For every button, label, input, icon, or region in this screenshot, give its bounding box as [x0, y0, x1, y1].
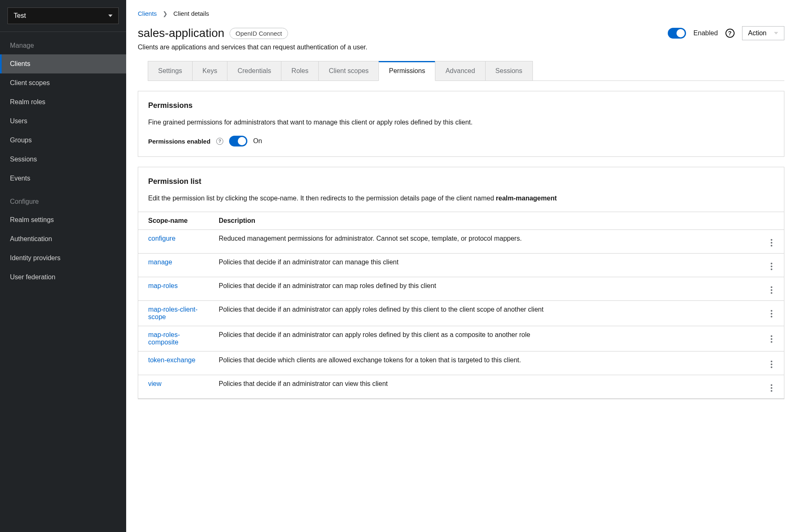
sidebar-section-header: Manage	[0, 32, 126, 54]
breadcrumb-clients-link[interactable]: Clients	[138, 10, 157, 17]
action-dropdown[interactable]: Action	[742, 26, 784, 40]
sidebar-item-user-federation[interactable]: User federation	[0, 268, 126, 287]
chevron-right-icon: ❯	[163, 10, 168, 17]
switch-thumb	[238, 137, 246, 145]
permission-list-title: Permission list	[148, 177, 774, 186]
table-row: configureReduced management permissions …	[138, 230, 784, 254]
scope-description: Policies that decide if an administrator…	[209, 301, 759, 326]
permissions-card: Permissions Fine grained permissions for…	[138, 91, 784, 157]
action-label: Action	[748, 29, 767, 37]
caret-down-icon	[108, 15, 112, 17]
tab-sessions[interactable]: Sessions	[485, 61, 533, 81]
page-title: sales-application	[138, 27, 225, 40]
kebab-icon[interactable]	[769, 237, 774, 248]
sidebar-item-realm-roles[interactable]: Realm roles	[0, 93, 126, 112]
scope-description: Policies that decide if an administrator…	[209, 326, 759, 351]
sidebar-nav: ManageClientsClient scopesRealm rolesUse…	[0, 32, 126, 287]
tabs: SettingsKeysCredentialsRolesClient scope…	[148, 61, 784, 81]
column-scope-name: Scope-name	[138, 212, 209, 230]
scope-link-configure[interactable]: configure	[148, 235, 176, 242]
tab-client-scopes[interactable]: Client scopes	[318, 61, 379, 81]
table-row: viewPolicies that decide if an administr…	[138, 375, 784, 399]
tab-credentials[interactable]: Credentials	[227, 61, 281, 81]
help-icon[interactable]: ?	[725, 29, 735, 38]
tab-advanced[interactable]: Advanced	[435, 61, 485, 81]
tab-settings[interactable]: Settings	[148, 61, 193, 81]
scope-description: Policies that decide if an administrator…	[209, 277, 759, 301]
kebab-icon[interactable]	[769, 359, 774, 370]
breadcrumb-current: Client details	[173, 10, 209, 17]
sidebar-item-identity-providers[interactable]: Identity providers	[0, 249, 126, 268]
tab-roles[interactable]: Roles	[281, 61, 319, 81]
permissions-card-title: Permissions	[148, 101, 774, 110]
scope-description: Policies that decide if an administrator…	[209, 375, 759, 399]
kebab-icon[interactable]	[769, 308, 774, 319]
help-icon[interactable]: ?	[216, 138, 223, 145]
scope-link-map-roles-client-scope[interactable]: map-roles-client-scope	[148, 306, 198, 320]
realm-selector[interactable]: Test	[7, 7, 119, 24]
scope-description: Policies that decide if an administrator…	[209, 254, 759, 277]
sidebar-item-authentication[interactable]: Authentication	[0, 229, 126, 249]
sidebar-item-realm-settings[interactable]: Realm settings	[0, 210, 126, 229]
switch-thumb	[676, 29, 685, 37]
permissions-card-text: Fine grained permissions for administrat…	[148, 117, 774, 127]
header-controls: Enabled ? Action	[668, 26, 784, 40]
title-group: sales-application OpenID Connect	[138, 27, 288, 40]
sidebar-item-client-scopes[interactable]: Client scopes	[0, 73, 126, 93]
caret-down-icon	[774, 32, 778, 34]
tab-keys[interactable]: Keys	[192, 61, 228, 81]
permissions-enabled-toggle[interactable]	[229, 136, 247, 146]
permission-list-text-bold: realm-management	[496, 195, 557, 202]
permission-list-text: Edit the permission list by clicking the…	[148, 193, 774, 203]
kebab-icon[interactable]	[769, 334, 774, 344]
permission-list-card: Permission list Edit the permission list…	[138, 167, 784, 399]
enabled-label: Enabled	[693, 29, 718, 37]
kebab-icon[interactable]	[769, 285, 774, 295]
sidebar-item-groups[interactable]: Groups	[0, 131, 126, 150]
table-row: managePolicies that decide if an adminis…	[138, 254, 784, 277]
kebab-icon[interactable]	[769, 261, 774, 272]
scope-link-token-exchange[interactable]: token-exchange	[148, 356, 195, 364]
scope-link-manage[interactable]: manage	[148, 259, 172, 266]
scope-link-view[interactable]: view	[148, 380, 161, 387]
sidebar-item-sessions[interactable]: Sessions	[0, 150, 126, 169]
table-row: map-roles-client-scopePolicies that deci…	[138, 301, 784, 326]
sidebar-item-events[interactable]: Events	[0, 169, 126, 188]
permissions-on-label: On	[253, 137, 262, 145]
scope-link-map-roles[interactable]: map-roles	[148, 282, 178, 289]
sidebar-section-header: Configure	[0, 188, 126, 210]
enabled-toggle[interactable]	[668, 28, 686, 39]
table-row: token-exchangePolicies that decide which…	[138, 351, 784, 375]
table-row: map-rolesPolicies that decide if an admi…	[138, 277, 784, 301]
sidebar: Test ManageClientsClient scopesRealm rol…	[0, 0, 126, 532]
permission-table: Scope-name Description configureReduced …	[138, 212, 784, 399]
column-description: Description	[209, 212, 759, 230]
page-description: Clients are applications and services th…	[138, 44, 784, 51]
scope-link-map-roles-composite[interactable]: map-roles-composite	[148, 331, 180, 346]
protocol-badge: OpenID Connect	[230, 28, 288, 39]
scope-description: Policies that decide which clients are a…	[209, 351, 759, 375]
kebab-icon[interactable]	[769, 383, 774, 393]
tab-permissions[interactable]: Permissions	[378, 61, 435, 81]
breadcrumb: Clients ❯ Client details	[138, 10, 784, 17]
permissions-enabled-label: Permissions enabled	[148, 138, 210, 145]
permissions-enabled-row: Permissions enabled ? On	[148, 136, 774, 146]
realm-selector-wrapper: Test	[0, 0, 126, 32]
sidebar-item-clients[interactable]: Clients	[0, 54, 126, 73]
main-content: Clients ❯ Client details sales-applicati…	[126, 0, 796, 532]
table-row: map-roles-compositePolicies that decide …	[138, 326, 784, 351]
scope-description: Reduced management permissions for admin…	[209, 230, 759, 254]
column-actions	[759, 212, 784, 230]
page-header: sales-application OpenID Connect Enabled…	[138, 26, 784, 40]
sidebar-item-users[interactable]: Users	[0, 112, 126, 131]
realm-selector-label: Test	[14, 12, 26, 20]
permission-list-text-prefix: Edit the permission list by clicking the…	[148, 195, 496, 202]
